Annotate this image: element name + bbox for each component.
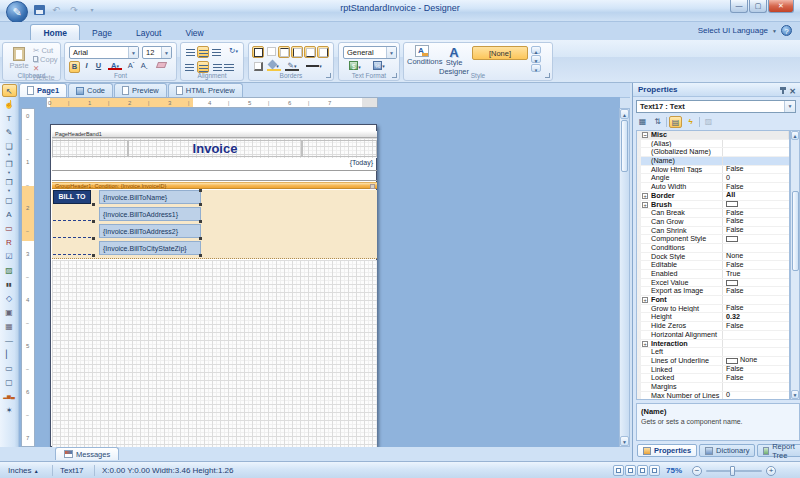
scroll-up-icon[interactable]: ▲ [791, 131, 799, 140]
property-row[interactable]: Lines of UnderlineNone [637, 357, 789, 366]
font-size-combo[interactable]: 12▼ [142, 46, 172, 59]
header-empty-textbox-right[interactable] [302, 140, 377, 157]
select-ui-language[interactable]: Select UI Language [698, 26, 768, 35]
property-value[interactable]: 0.32 [723, 313, 789, 321]
zoom-in-button[interactable]: + [766, 466, 776, 476]
barcode-component[interactable]: ▮▮ [2, 278, 17, 291]
clone-tool-dropdown-icon[interactable]: ▼ [2, 171, 17, 175]
property-row[interactable]: LockedFalse [637, 374, 789, 383]
selection-handle[interactable] [199, 237, 202, 240]
help-icon[interactable]: ? [781, 25, 792, 36]
page-component[interactable]: ▢ [2, 194, 17, 207]
property-row[interactable]: Allow Html TagsFalse [637, 166, 789, 175]
property-value[interactable]: 0 [723, 174, 789, 182]
categorized-view-icon[interactable]: ▦ [636, 116, 649, 128]
panel-component[interactable]: ▣ [2, 306, 17, 319]
select-tool[interactable]: ↖ [2, 84, 17, 97]
property-value[interactable]: None [723, 357, 789, 365]
shape-component[interactable]: ◇ [2, 292, 17, 305]
view-mode-layout-button[interactable] [637, 465, 648, 476]
property-pages-icon[interactable]: ▨ [702, 116, 715, 128]
expand-icon[interactable]: + [642, 297, 648, 303]
property-grid-scrollbar[interactable]: ▲ ▼ [790, 130, 800, 400]
property-row[interactable]: Can BreakFalse [637, 209, 789, 218]
doc-tab-page1[interactable]: Page1 [19, 83, 67, 97]
selection-handle[interactable] [199, 220, 202, 223]
property-row[interactable]: (Globalized Name) [637, 148, 789, 157]
property-value[interactable]: False [723, 305, 789, 313]
property-value[interactable] [723, 235, 789, 243]
border-left-button[interactable] [291, 46, 303, 58]
style-gallery-down[interactable]: ▼ [531, 55, 541, 63]
property-row[interactable]: Export as ImageFalse [637, 287, 789, 296]
cut-button[interactable]: ✂ Cut [33, 46, 60, 54]
border-right-button[interactable] [317, 46, 329, 58]
property-value[interactable]: False [723, 227, 789, 235]
doc-tab-html-preview[interactable]: HTML Preview [168, 83, 243, 97]
property-value[interactable]: False [723, 366, 789, 374]
view-mode-normal-button[interactable] [613, 465, 624, 476]
expand-icon[interactable]: + [642, 193, 648, 199]
group-header-band[interactable]: BILL TO {Invoice.BillToName}{Invoice.Bil… [52, 190, 377, 259]
rounded-rectangle-primitive[interactable]: ▢ [2, 376, 17, 389]
property-value[interactable] [723, 340, 789, 348]
chart-component[interactable]: ▂▅▃ [2, 390, 17, 403]
messages-tab[interactable]: Messages [55, 447, 119, 460]
property-value[interactable]: All [723, 192, 789, 200]
property-row[interactable]: Dock StyleNone [637, 253, 789, 262]
property-row[interactable]: +Font [637, 296, 789, 305]
horizontal-line-primitive[interactable]: — [2, 334, 17, 347]
minimize-button[interactable]: — [730, 0, 748, 13]
property-row[interactable]: Conditions [637, 244, 789, 253]
close-button[interactable]: ✕ [768, 0, 794, 13]
text-rotation-button[interactable]: ↻▾ [225, 46, 242, 58]
property-value[interactable] [723, 201, 789, 209]
align-middle-button[interactable] [197, 46, 209, 58]
view-mode-pagebreak-button[interactable] [625, 465, 636, 476]
zoom-slider[interactable] [706, 470, 762, 472]
property-value[interactable]: False [723, 322, 789, 330]
page-header-band-label[interactable]: PageHeaderBand1 [52, 131, 377, 138]
copy-style-tool-dropdown-icon[interactable]: ▼ [2, 153, 17, 157]
property-value[interactable]: False [723, 166, 789, 174]
paste-button[interactable]: Paste [7, 45, 31, 73]
empty-underline-textbox[interactable] [53, 220, 91, 221]
scroll-down-icon[interactable]: ▼ [791, 390, 799, 399]
property-row[interactable]: Max Number of Lines0 [637, 392, 789, 400]
databand-textbox[interactable]: {Invoice.BillToName} [99, 190, 201, 204]
doc-tab-code[interactable]: Code [68, 83, 113, 97]
property-value[interactable] [723, 331, 789, 339]
doc-tab-preview[interactable]: Preview [114, 83, 167, 97]
property-value[interactable]: True [723, 270, 789, 278]
property-category-row[interactable]: −Misc [637, 131, 789, 140]
scroll-up-icon[interactable]: ▲ [620, 109, 629, 119]
databand-textbox[interactable]: {Invoice.BillToAddress2} [99, 224, 201, 238]
zoom-out-button[interactable]: − [692, 466, 702, 476]
image-component[interactable]: ▨ [2, 264, 17, 277]
zoom-slider-thumb[interactable] [730, 466, 735, 476]
property-row[interactable]: +BorderAll [637, 192, 789, 201]
paste-tool[interactable]: ❒ [2, 176, 17, 189]
vertical-ruler[interactable]: 0–1–2–3–4–5–6–7 [21, 108, 35, 447]
property-row[interactable]: EnabledTrue [637, 270, 789, 279]
panel-tab-properties[interactable]: Properties [637, 444, 697, 457]
subreport-component[interactable]: ▦ [2, 320, 17, 333]
property-row[interactable]: Angle0 [637, 174, 789, 183]
tools-button[interactable]: ✶ [2, 404, 17, 417]
property-row[interactable]: +Interaction [637, 340, 789, 349]
hand-tool[interactable]: ☝ [2, 98, 17, 111]
property-value[interactable] [723, 279, 789, 287]
property-row[interactable]: Height0.32 [637, 313, 789, 322]
empty-underline-textbox[interactable] [53, 237, 91, 238]
property-value[interactable]: False [723, 287, 789, 295]
font-family-combo[interactable]: Arial▼ [69, 46, 139, 59]
maximize-button[interactable]: ▢ [749, 0, 767, 13]
style-gallery-more[interactable]: ▾ [531, 64, 541, 72]
paste-tool-dropdown-icon[interactable]: ▼ [2, 189, 17, 193]
expand-icon[interactable]: + [642, 202, 648, 208]
delete-button[interactable]: ✕ Delete [33, 64, 62, 72]
events-view-icon[interactable]: ϟ [684, 116, 697, 128]
conditions-button[interactable]: A Conditions [407, 45, 437, 73]
property-value[interactable] [723, 148, 789, 156]
invoice-title-textbox[interactable]: Invoice [128, 140, 302, 157]
